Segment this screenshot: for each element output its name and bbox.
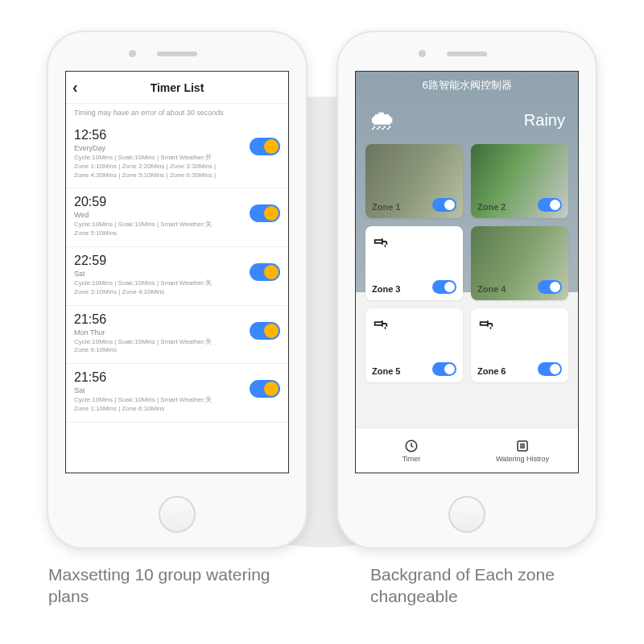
timer-item[interactable]: 12:56EveryDayCycle:10Mins | Soak:10Mins … xyxy=(66,122,288,188)
list-icon xyxy=(515,439,530,453)
zone-toggle[interactable] xyxy=(432,198,456,212)
bottom-tabs: Timer Watering Histroy xyxy=(356,427,578,473)
info-note: Timing may have an error of about 30 sec… xyxy=(66,104,288,122)
faucet-icon xyxy=(477,315,495,332)
tab-label: Timer xyxy=(402,455,421,463)
timer-toggle[interactable] xyxy=(250,380,280,398)
caption-left: Maxsetting 10 group watering plans xyxy=(48,564,274,608)
screen-zones: 6路智能水阀控制器 🌧 Rainy Zone 1Zone 2Zone 3Zone… xyxy=(355,71,579,473)
weather-panel: 🌧 Rainy xyxy=(356,96,578,144)
timer-toggle[interactable] xyxy=(250,263,280,281)
screen-timer-list: ‹ Timer List Timing may have an error of… xyxy=(65,71,289,473)
zone-label: Zone 4 xyxy=(477,284,506,294)
zone-card[interactable]: Zone 6 xyxy=(471,308,568,382)
header-bar: ‹ Timer List xyxy=(66,72,288,104)
caption-right: Backgrand of Each zone changeable xyxy=(370,564,596,608)
zone-toggle[interactable] xyxy=(538,280,562,294)
timer-toggle[interactable] xyxy=(250,138,280,155)
timer-detail: Cycle:10Mins | Soak:10Mins | Smart Weath… xyxy=(74,154,235,180)
zone-toggle[interactable] xyxy=(538,362,562,376)
zone-card[interactable]: Zone 4 xyxy=(471,226,568,300)
zone-label: Zone 2 xyxy=(477,202,506,212)
tab-label: Watering Histroy xyxy=(496,455,549,463)
weather-label: Rainy xyxy=(524,111,565,130)
phone-camera xyxy=(129,50,136,57)
zone-toggle[interactable] xyxy=(432,280,456,294)
timer-time: 21:56 xyxy=(74,312,280,327)
timer-item[interactable]: 21:56Mon ThurCycle:10Mins | Soak:10Mins … xyxy=(66,306,288,365)
chevron-left-icon: ‹ xyxy=(72,78,78,97)
home-button[interactable] xyxy=(159,496,196,533)
timer-time: 22:59 xyxy=(74,254,280,268)
clock-icon xyxy=(404,439,419,453)
back-button[interactable]: ‹ xyxy=(72,72,78,103)
zone-label: Zone 3 xyxy=(372,284,400,294)
zone-card[interactable]: Zone 5 xyxy=(365,308,463,382)
zone-label: Zone 6 xyxy=(477,366,506,376)
tab-timer[interactable]: Timer xyxy=(356,428,467,473)
page-title: Timer List xyxy=(151,81,204,94)
zone-card[interactable]: Zone 2 xyxy=(471,144,568,218)
phone-camera xyxy=(419,50,426,57)
timer-time: 12:56 xyxy=(74,128,280,142)
timer-item[interactable]: 21:56SatCycle:10Mins | Soak:10Mins | Sma… xyxy=(66,364,288,423)
phone-left: ‹ Timer List Timing may have an error of… xyxy=(48,32,306,547)
zone-toggle[interactable] xyxy=(432,362,456,376)
zone-toggle[interactable] xyxy=(538,198,562,212)
rain-cloud-icon: 🌧 xyxy=(369,105,396,136)
timer-toggle[interactable] xyxy=(250,204,280,222)
timer-time: 20:59 xyxy=(74,195,280,209)
timer-detail: Cycle:10Mins | Soak:10Mins | Smart Weath… xyxy=(74,221,235,238)
phone-speaker xyxy=(157,52,197,56)
tab-history[interactable]: Watering Histroy xyxy=(467,428,578,473)
timer-detail: Cycle:10Mins | Soak:10Mins | Smart Weath… xyxy=(74,396,235,414)
timer-detail: Cycle:10Mins | Soak:10Mins | Smart Weath… xyxy=(74,279,235,297)
timer-time: 21:56 xyxy=(74,370,280,385)
zone-card[interactable]: Zone 1 xyxy=(365,144,463,218)
timer-item[interactable]: 20:59WedCycle:10Mins | Soak:10Mins | Sma… xyxy=(66,188,288,247)
zone-label: Zone 5 xyxy=(372,366,400,376)
timer-toggle[interactable] xyxy=(250,322,280,340)
timer-item[interactable]: 22:59SatCycle:10Mins | Soak:10Mins | Sma… xyxy=(66,247,288,306)
phone-right: 6路智能水阀控制器 🌧 Rainy Zone 1Zone 2Zone 3Zone… xyxy=(338,32,596,547)
phone-speaker xyxy=(447,52,487,56)
home-button[interactable] xyxy=(448,496,485,533)
faucet-icon xyxy=(372,315,390,332)
zone-label: Zone 1 xyxy=(372,202,400,212)
zone-card[interactable]: Zone 3 xyxy=(365,226,463,300)
faucet-icon xyxy=(372,233,390,250)
page-title: 6路智能水阀控制器 xyxy=(356,72,578,96)
timer-detail: Cycle:10Mins | Soak:10Mins | Smart Weath… xyxy=(74,338,235,356)
